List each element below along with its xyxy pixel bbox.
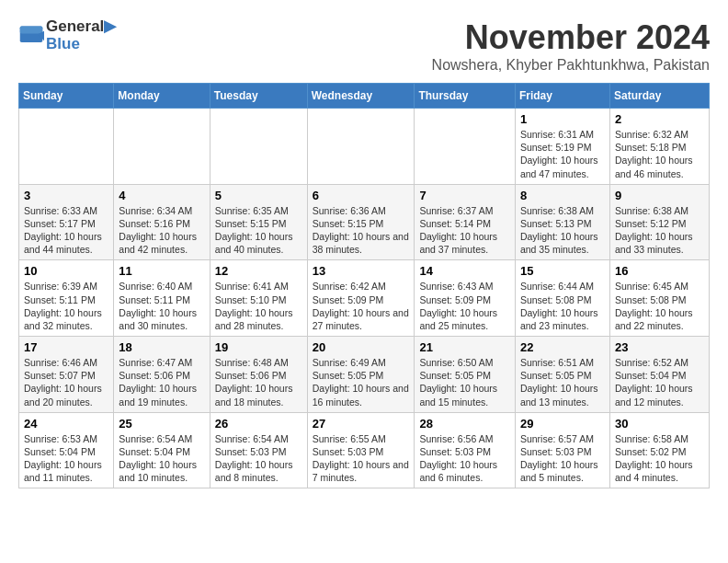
calendar-cell: 18Sunrise: 6:47 AM Sunset: 5:06 PM Dayli…	[114, 337, 210, 413]
day-info: Sunrise: 6:33 AM Sunset: 5:17 PM Dayligh…	[24, 204, 108, 257]
day-info: Sunrise: 6:37 AM Sunset: 5:14 PM Dayligh…	[419, 204, 510, 257]
calendar-cell: 22Sunrise: 6:51 AM Sunset: 5:05 PM Dayli…	[515, 337, 609, 413]
day-number: 26	[215, 417, 302, 431]
calendar-cell: 27Sunrise: 6:55 AM Sunset: 5:03 PM Dayli…	[307, 412, 415, 488]
day-number: 29	[520, 417, 605, 431]
calendar-cell: 25Sunrise: 6:54 AM Sunset: 5:04 PM Dayli…	[114, 412, 210, 488]
calendar-cell: 17Sunrise: 6:46 AM Sunset: 5:07 PM Dayli…	[19, 337, 114, 413]
header-sunday: Sunday	[19, 84, 114, 109]
day-info: Sunrise: 6:54 AM Sunset: 5:03 PM Dayligh…	[215, 432, 302, 485]
day-info: Sunrise: 6:44 AM Sunset: 5:08 PM Dayligh…	[520, 280, 605, 332]
day-number: 17	[24, 340, 108, 354]
day-number: 16	[615, 264, 704, 278]
day-info: Sunrise: 6:41 AM Sunset: 5:10 PM Dayligh…	[215, 280, 302, 332]
calendar-cell: 30Sunrise: 6:58 AM Sunset: 5:02 PM Dayli…	[609, 412, 709, 488]
calendar-cell: 7Sunrise: 6:37 AM Sunset: 5:14 PM Daylig…	[415, 184, 516, 260]
day-info: Sunrise: 6:39 AM Sunset: 5:11 PM Dayligh…	[24, 280, 108, 332]
day-number: 25	[119, 417, 204, 431]
day-info: Sunrise: 6:58 AM Sunset: 5:02 PM Dayligh…	[615, 432, 704, 485]
header-tuesday: Tuesday	[210, 84, 307, 109]
calendar-cell	[307, 109, 415, 185]
day-number: 4	[119, 189, 204, 202]
calendar-header-row: SundayMondayTuesdayWednesdayThursdayFrid…	[19, 84, 710, 109]
svg-rect-1	[20, 26, 43, 33]
day-info: Sunrise: 6:53 AM Sunset: 5:04 PM Dayligh…	[24, 432, 108, 485]
day-info: Sunrise: 6:55 AM Sunset: 5:03 PM Dayligh…	[313, 432, 410, 485]
day-number: 21	[419, 340, 510, 354]
calendar-cell: 1Sunrise: 6:31 AM Sunset: 5:19 PM Daylig…	[515, 109, 609, 185]
day-number: 13	[313, 264, 410, 278]
day-info: Sunrise: 6:48 AM Sunset: 5:06 PM Dayligh…	[215, 356, 302, 408]
day-info: Sunrise: 6:34 AM Sunset: 5:16 PM Dayligh…	[119, 204, 204, 257]
day-number: 18	[119, 340, 204, 354]
calendar-cell: 11Sunrise: 6:40 AM Sunset: 5:11 PM Dayli…	[114, 260, 210, 337]
calendar-cell: 28Sunrise: 6:56 AM Sunset: 5:03 PM Dayli…	[415, 412, 516, 488]
calendar-cell: 8Sunrise: 6:38 AM Sunset: 5:13 PM Daylig…	[515, 184, 609, 260]
calendar-cell: 15Sunrise: 6:44 AM Sunset: 5:08 PM Dayli…	[515, 260, 609, 337]
day-info: Sunrise: 6:56 AM Sunset: 5:03 PM Dayligh…	[419, 432, 510, 485]
calendar-cell: 16Sunrise: 6:45 AM Sunset: 5:08 PM Dayli…	[609, 260, 709, 337]
day-info: Sunrise: 6:43 AM Sunset: 5:09 PM Dayligh…	[419, 280, 510, 332]
day-number: 19	[215, 340, 302, 354]
day-info: Sunrise: 6:31 AM Sunset: 5:19 PM Dayligh…	[520, 128, 605, 180]
day-number: 28	[419, 417, 510, 431]
day-number: 7	[419, 189, 510, 202]
day-number: 3	[24, 189, 108, 202]
day-number: 27	[313, 417, 410, 431]
calendar-cell	[415, 109, 516, 185]
day-info: Sunrise: 6:47 AM Sunset: 5:06 PM Dayligh…	[119, 356, 204, 408]
calendar-week-row: 3Sunrise: 6:33 AM Sunset: 5:17 PM Daylig…	[19, 184, 710, 260]
day-info: Sunrise: 6:57 AM Sunset: 5:03 PM Dayligh…	[520, 432, 605, 485]
header-monday: Monday	[114, 84, 210, 109]
calendar-cell: 10Sunrise: 6:39 AM Sunset: 5:11 PM Dayli…	[19, 260, 114, 337]
day-number: 6	[313, 189, 410, 202]
location-title: Nowshera, Khyber Pakhtunkhwa, Pakistan	[432, 57, 710, 74]
header-thursday: Thursday	[415, 84, 516, 109]
header-wednesday: Wednesday	[307, 84, 415, 109]
calendar-cell	[19, 109, 114, 185]
calendar-cell: 6Sunrise: 6:36 AM Sunset: 5:15 PM Daylig…	[307, 184, 415, 260]
calendar-cell: 29Sunrise: 6:57 AM Sunset: 5:03 PM Dayli…	[515, 412, 609, 488]
calendar-cell: 21Sunrise: 6:50 AM Sunset: 5:05 PM Dayli…	[415, 337, 516, 413]
title-section: November 2024 Nowshera, Khyber Pakhtunkh…	[432, 18, 710, 74]
day-info: Sunrise: 6:38 AM Sunset: 5:12 PM Dayligh…	[615, 204, 704, 257]
calendar-cell: 13Sunrise: 6:42 AM Sunset: 5:09 PM Dayli…	[307, 260, 415, 337]
calendar-cell: 24Sunrise: 6:53 AM Sunset: 5:04 PM Dayli…	[19, 412, 114, 488]
logo-icon	[18, 23, 44, 49]
day-info: Sunrise: 6:50 AM Sunset: 5:05 PM Dayligh…	[419, 356, 510, 408]
day-number: 9	[615, 189, 704, 202]
calendar-cell: 2Sunrise: 6:32 AM Sunset: 5:18 PM Daylig…	[609, 109, 709, 185]
month-title: November 2024	[432, 18, 710, 57]
calendar-cell: 12Sunrise: 6:41 AM Sunset: 5:10 PM Dayli…	[210, 260, 307, 337]
day-info: Sunrise: 6:32 AM Sunset: 5:18 PM Dayligh…	[615, 128, 704, 180]
day-number: 12	[215, 264, 302, 278]
day-number: 11	[119, 264, 204, 278]
calendar-table: SundayMondayTuesdayWednesdayThursdayFrid…	[18, 83, 710, 488]
day-number: 20	[313, 340, 410, 354]
calendar-cell	[114, 109, 210, 185]
header-saturday: Saturday	[609, 84, 709, 109]
calendar-cell: 19Sunrise: 6:48 AM Sunset: 5:06 PM Dayli…	[210, 337, 307, 413]
calendar-cell: 3Sunrise: 6:33 AM Sunset: 5:17 PM Daylig…	[19, 184, 114, 260]
logo: General▶ Blue	[18, 18, 116, 52]
day-info: Sunrise: 6:38 AM Sunset: 5:13 PM Dayligh…	[520, 204, 605, 257]
day-number: 30	[615, 417, 704, 431]
day-info: Sunrise: 6:45 AM Sunset: 5:08 PM Dayligh…	[615, 280, 704, 332]
day-info: Sunrise: 6:35 AM Sunset: 5:15 PM Dayligh…	[215, 204, 302, 257]
logo-line2: Blue	[46, 36, 116, 53]
calendar-cell: 5Sunrise: 6:35 AM Sunset: 5:15 PM Daylig…	[210, 184, 307, 260]
day-number: 15	[520, 264, 605, 278]
day-info: Sunrise: 6:36 AM Sunset: 5:15 PM Dayligh…	[313, 204, 410, 257]
calendar-cell	[210, 109, 307, 185]
calendar-cell: 14Sunrise: 6:43 AM Sunset: 5:09 PM Dayli…	[415, 260, 516, 337]
day-number: 1	[520, 112, 605, 126]
day-info: Sunrise: 6:49 AM Sunset: 5:05 PM Dayligh…	[313, 356, 410, 408]
calendar-week-row: 17Sunrise: 6:46 AM Sunset: 5:07 PM Dayli…	[19, 337, 710, 413]
calendar-cell: 26Sunrise: 6:54 AM Sunset: 5:03 PM Dayli…	[210, 412, 307, 488]
calendar-week-row: 1Sunrise: 6:31 AM Sunset: 5:19 PM Daylig…	[19, 109, 710, 185]
day-info: Sunrise: 6:42 AM Sunset: 5:09 PM Dayligh…	[313, 280, 410, 332]
header-friday: Friday	[515, 84, 609, 109]
calendar-cell: 9Sunrise: 6:38 AM Sunset: 5:12 PM Daylig…	[609, 184, 709, 260]
calendar-cell: 20Sunrise: 6:49 AM Sunset: 5:05 PM Dayli…	[307, 337, 415, 413]
day-number: 14	[419, 264, 510, 278]
